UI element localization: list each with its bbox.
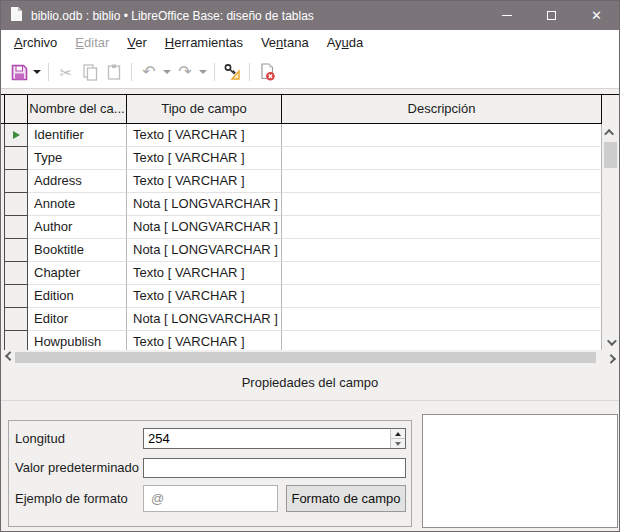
vertical-scroll-thumb[interactable]: [604, 142, 617, 168]
field-description-cell[interactable]: [282, 216, 602, 239]
field-type-cell[interactable]: Texto [ VARCHAR ]: [127, 147, 282, 170]
spin-down-icon[interactable]: [391, 439, 405, 448]
redo-icon[interactable]: ↷: [173, 60, 197, 84]
row-selector[interactable]: [4, 216, 28, 239]
field-type-cell[interactable]: Texto [ VARCHAR ]: [127, 262, 282, 285]
row-selector-header: [4, 95, 28, 124]
field-description-cell[interactable]: [282, 147, 602, 170]
field-type-cell[interactable]: Texto [ VARCHAR ]: [127, 285, 282, 308]
field-description-cell[interactable]: [282, 262, 602, 285]
row-selector[interactable]: [4, 239, 28, 262]
undo-icon[interactable]: ↶: [137, 60, 161, 84]
field-name-cell[interactable]: Type: [28, 147, 127, 170]
cut-icon[interactable]: ✂: [54, 60, 78, 84]
row-selector[interactable]: [4, 124, 28, 147]
redo-dropdown-icon[interactable]: [197, 60, 209, 84]
field-name-cell[interactable]: Address: [28, 170, 127, 193]
longitud-input[interactable]: [144, 429, 390, 448]
field-description-cell[interactable]: [282, 285, 602, 308]
field-type-cell[interactable]: Texto [ VARCHAR ]: [127, 331, 282, 350]
grid-header: Nombre del ca... Tipo de campo Descripci…: [1, 94, 619, 124]
table-row[interactable]: HowpublishTexto [ VARCHAR ]: [1, 331, 602, 350]
menu-ayuda[interactable]: Ayuda: [318, 32, 373, 54]
close-button[interactable]: ✕: [574, 1, 619, 30]
toolbar: ✂ ↶ ↷: [1, 56, 619, 89]
table-row[interactable]: EditionTexto [ VARCHAR ]: [1, 285, 602, 308]
window-title: biblio.odb : biblio • LibreOffice Base: …: [31, 9, 484, 23]
horizontal-scrollbar[interactable]: [1, 350, 619, 365]
field-type-cell[interactable]: Texto [ VARCHAR ]: [127, 170, 282, 193]
formato-de-campo-button[interactable]: Formato de campo: [286, 485, 406, 512]
field-name-cell[interactable]: Howpublish: [28, 331, 127, 350]
valor-predeterminado-field[interactable]: [143, 458, 406, 478]
help-panel: [422, 414, 618, 528]
field-name-cell[interactable]: Annote: [28, 193, 127, 216]
field-name-cell[interactable]: Booktitle: [28, 239, 127, 262]
row-selector[interactable]: [4, 262, 28, 285]
delete-row-icon[interactable]: [255, 60, 279, 84]
row-selector[interactable]: [4, 285, 28, 308]
field-description-cell[interactable]: [282, 239, 602, 262]
save-icon[interactable]: [7, 60, 31, 84]
scroll-right-icon[interactable]: [605, 350, 619, 365]
minimize-button[interactable]: [484, 1, 529, 30]
field-name-cell[interactable]: Edition: [28, 285, 127, 308]
current-row-marker: [13, 131, 20, 139]
column-header-tipo[interactable]: Tipo de campo: [127, 95, 282, 124]
column-header-nombre[interactable]: Nombre del ca...: [28, 95, 127, 124]
field-name-cell[interactable]: Chapter: [28, 262, 127, 285]
row-selector[interactable]: [4, 193, 28, 216]
row-selector[interactable]: [4, 308, 28, 331]
index-design-icon[interactable]: [220, 60, 244, 84]
field-name-cell[interactable]: Author: [28, 216, 127, 239]
field-description-cell[interactable]: [282, 331, 602, 350]
field-type-cell[interactable]: Nota [ LONGVARCHAR ]: [127, 308, 282, 331]
field-description-cell[interactable]: [282, 193, 602, 216]
field-type-cell[interactable]: Texto [ VARCHAR ]: [127, 124, 282, 147]
row-selector[interactable]: [4, 331, 28, 350]
scroll-down-icon[interactable]: [602, 334, 619, 350]
field-description-cell[interactable]: [282, 124, 602, 147]
properties-section-label: Propiedades del campo: [242, 375, 379, 390]
vertical-scroll-track[interactable]: [602, 140, 619, 334]
table-row[interactable]: IdentifierTexto [ VARCHAR ]: [1, 124, 602, 147]
table-row[interactable]: AuthorNota [ LONGVARCHAR ]: [1, 216, 602, 239]
minimize-icon: [502, 15, 512, 16]
field-name-cell[interactable]: Editor: [28, 308, 127, 331]
vertical-scrollbar[interactable]: [602, 124, 619, 350]
grid-body: IdentifierTexto [ VARCHAR ]TypeTexto [ V…: [1, 124, 619, 350]
column-header-descripcion[interactable]: Descripción: [282, 95, 602, 124]
scroll-up-icon[interactable]: [602, 124, 619, 140]
grid-rows: IdentifierTexto [ VARCHAR ]TypeTexto [ V…: [1, 124, 602, 350]
paste-icon[interactable]: [102, 60, 126, 84]
horizontal-scroll-thumb[interactable]: [15, 352, 596, 363]
save-dropdown-icon[interactable]: [31, 60, 43, 84]
field-type-cell[interactable]: Nota [ LONGVARCHAR ]: [127, 193, 282, 216]
table-row[interactable]: BooktitleNota [ LONGVARCHAR ]: [1, 239, 602, 262]
copy-icon[interactable]: [78, 60, 102, 84]
scroll-left-icon[interactable]: [1, 350, 15, 365]
field-name-cell[interactable]: Identifier: [28, 124, 127, 147]
row-selector[interactable]: [4, 147, 28, 170]
table-row[interactable]: AddressTexto [ VARCHAR ]: [1, 170, 602, 193]
menu-ver[interactable]: Ver: [118, 32, 156, 54]
row-selector[interactable]: [4, 170, 28, 193]
maximize-button[interactable]: [529, 1, 574, 30]
menu-herramientas[interactable]: Herramientas: [156, 32, 252, 54]
undo-dropdown-icon[interactable]: [161, 60, 173, 84]
table-row[interactable]: TypeTexto [ VARCHAR ]: [1, 147, 602, 170]
menu-archivo[interactable]: Archivo: [5, 32, 66, 54]
menu-ventana[interactable]: Ventana: [252, 32, 318, 54]
field-description-cell[interactable]: [282, 308, 602, 331]
menu-editar[interactable]: Editar: [66, 32, 118, 54]
field-description-cell[interactable]: [282, 170, 602, 193]
field-type-cell[interactable]: Nota [ LONGVARCHAR ]: [127, 239, 282, 262]
table-row[interactable]: ChapterTexto [ VARCHAR ]: [1, 262, 602, 285]
field-type-cell[interactable]: Nota [ LONGVARCHAR ]: [127, 216, 282, 239]
longitud-field[interactable]: [143, 428, 406, 449]
table-row[interactable]: AnnoteNota [ LONGVARCHAR ]: [1, 193, 602, 216]
ejemplo-formato-field[interactable]: @: [143, 485, 278, 512]
valor-predeterminado-input[interactable]: [144, 459, 405, 477]
spin-up-icon[interactable]: [391, 429, 405, 439]
table-row[interactable]: EditorNota [ LONGVARCHAR ]: [1, 308, 602, 331]
